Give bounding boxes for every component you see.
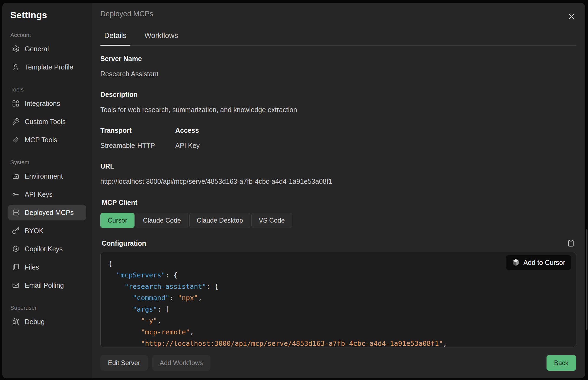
sidebar-section-label: Account — [10, 32, 86, 38]
sidebar-item-label: Copilot Keys — [25, 245, 63, 253]
sidebar-item-custom-tools[interactable]: Custom Tools — [8, 114, 86, 129]
back-button[interactable]: Back — [547, 355, 576, 371]
code-line: "mcpServers": { — [108, 270, 568, 281]
add-to-cursor-button[interactable]: Add to Cursor — [506, 255, 571, 270]
add-workflows-button[interactable]: Add Workflows — [152, 355, 211, 371]
wrench-icon — [12, 118, 20, 125]
edit-server-button[interactable]: Edit Server — [100, 355, 148, 371]
page-scrollbar-thumb[interactable] — [586, 229, 587, 330]
sidebar-item-environment[interactable]: Environment — [8, 168, 86, 184]
transport-value: Streamable-HTTP — [100, 141, 175, 150]
sidebar-item-debug[interactable]: Debug — [8, 314, 86, 330]
sidebar-item-label: Deployed MCPs — [25, 209, 74, 217]
sidebar-item-general[interactable]: General — [8, 41, 86, 57]
sidebar-item-label: Debug — [25, 318, 45, 326]
settings-sidebar: Settings AccountGeneralTemplate ProfileT… — [2, 3, 92, 378]
client-button-claude-desktop[interactable]: Claude Desktop — [189, 213, 250, 228]
server-icon — [12, 209, 20, 216]
configuration-json: { "mcpServers": { "research-assistant": … — [108, 258, 568, 347]
close-icon[interactable] — [567, 12, 576, 21]
bug-icon — [12, 318, 20, 325]
panel-title: Deployed MCPs — [100, 10, 153, 18]
transport-access-row: Transport Streamable-HTTP Access API Key — [100, 114, 576, 150]
client-button-claude-code[interactable]: Claude Code — [136, 213, 188, 228]
sidebar-item-label: Email Polling — [25, 281, 64, 289]
sidebar-item-deployed-mcps[interactable]: Deployed MCPs — [8, 205, 86, 220]
mail-icon — [12, 281, 20, 289]
key-diagonal-icon — [12, 227, 20, 235]
sidebar-section-label: Superuser — [10, 305, 86, 311]
gear-icon — [12, 45, 20, 53]
url-value: http://localhost:3000/api/mcp/serve/4853… — [100, 177, 576, 186]
sidebar-section-label: System — [10, 159, 86, 166]
client-button-cursor[interactable]: Cursor — [100, 213, 135, 228]
configuration-header-row: Configuration — [100, 239, 576, 248]
mcp-client-selector: CursorClaude CodeClaude DesktopVS Code — [100, 213, 576, 228]
sidebar-item-files[interactable]: Files — [8, 259, 86, 275]
sidebar-item-api-keys[interactable]: API Keys — [8, 186, 86, 202]
key-icon — [12, 191, 20, 198]
sidebar-item-email-polling[interactable]: Email Polling — [8, 277, 86, 293]
access-column: Access API Key — [175, 114, 576, 150]
sidebar-item-label: MCP Tools — [25, 136, 57, 144]
settings-modal: Settings AccountGeneralTemplate ProfileT… — [2, 3, 585, 378]
files-icon — [12, 263, 20, 271]
code-line: "-y", — [108, 315, 568, 327]
sidebar-item-label: API Keys — [25, 191, 53, 198]
panel-header: Deployed MCPs — [100, 10, 576, 21]
sidebar-item-byok[interactable]: BYOK — [8, 223, 86, 239]
mcp-client-label: MCP Client — [102, 198, 576, 207]
sidebar-item-template-profile[interactable]: Template Profile — [8, 59, 86, 75]
hexagon-icon — [12, 245, 20, 253]
sidebar-item-label: BYOK — [25, 227, 43, 235]
sidebar-item-integrations[interactable]: Integrations — [8, 96, 86, 111]
access-label: Access — [175, 126, 576, 135]
configuration-label: Configuration — [102, 239, 146, 248]
panel-footer: Edit Server Add Workflows Back — [100, 347, 576, 371]
sidebar-item-copilot-keys[interactable]: Copilot Keys — [8, 241, 86, 257]
access-value: API Key — [175, 141, 576, 150]
code-line: "research-assistant": { — [108, 281, 568, 292]
code-line: "http://localhost:3000/api/mcp/serve/485… — [108, 338, 568, 347]
code-line: "mcp-remote", — [108, 327, 568, 338]
copy-clipboard-icon[interactable] — [567, 239, 575, 248]
mcp-icon — [12, 136, 20, 144]
sidebar-item-label: Files — [25, 263, 39, 271]
add-to-cursor-label: Add to Cursor — [523, 259, 565, 267]
sidebar-sections: AccountGeneralTemplate ProfileToolsInteg… — [10, 32, 86, 330]
sidebar-item-label: General — [25, 45, 49, 53]
transport-column: Transport Streamable-HTTP — [100, 114, 175, 150]
sidebar-section-label: Tools — [10, 86, 86, 93]
grid-icon — [12, 100, 20, 107]
code-line: "args": [ — [108, 304, 568, 315]
server-name-value: Research Assistant — [100, 69, 576, 78]
url-label: URL — [100, 162, 576, 170]
folder-code-icon — [12, 172, 20, 180]
screen-backdrop: Settings AccountGeneralTemplate ProfileT… — [0, 0, 588, 380]
sidebar-item-label: Template Profile — [25, 63, 73, 71]
code-line: "command": "npx", — [108, 292, 568, 304]
sidebar-item-label: Integrations — [25, 100, 60, 107]
tab-bar: DetailsWorkflows — [100, 29, 576, 46]
deployed-mcps-panel: Deployed MCPs DetailsWorkflows Server Na… — [92, 3, 585, 378]
sidebar-item-mcp-tools[interactable]: MCP Tools — [8, 132, 86, 148]
configuration-code-block: { "mcpServers": { "research-assistant": … — [100, 252, 576, 347]
code-line: { — [108, 258, 568, 270]
sidebar-item-label: Custom Tools — [25, 118, 66, 126]
tab-workflows[interactable]: Workflows — [141, 29, 182, 45]
sidebar-title: Settings — [10, 10, 86, 20]
cursor-cube-icon — [512, 258, 520, 267]
client-button-vs-code[interactable]: VS Code — [251, 213, 292, 228]
person-icon — [12, 63, 20, 71]
tab-details[interactable]: Details — [100, 29, 130, 45]
description-value: Tools for web research, summarization, a… — [100, 105, 576, 114]
transport-label: Transport — [100, 126, 175, 135]
server-name-label: Server Name — [100, 54, 576, 63]
description-label: Description — [100, 90, 576, 99]
sidebar-item-label: Environment — [25, 172, 63, 180]
